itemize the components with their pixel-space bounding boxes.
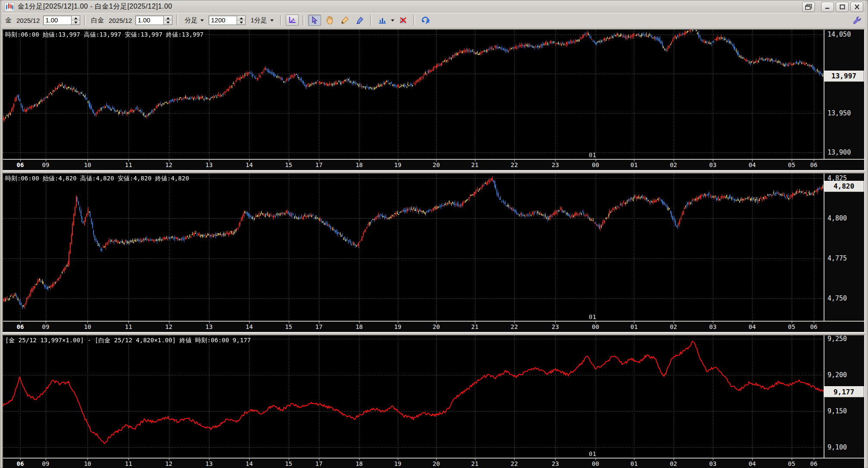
- time-axis-label: 22: [511, 460, 518, 467]
- time-axis-label: 05: [788, 323, 795, 330]
- platinum-candles-canvas: [3, 174, 824, 321]
- current-price-label: 13,997: [824, 71, 864, 82]
- time-axis-tick: [249, 160, 250, 161]
- bar-count-down-button[interactable]: [237, 20, 245, 25]
- wrench-icon: [852, 15, 862, 25]
- time-axis-label: 10: [84, 323, 91, 330]
- toolbar: 金 2025/12 白金 2025/12 分足: [2, 13, 865, 27]
- time-axis-label: 12: [165, 161, 172, 168]
- select-cursor-button[interactable]: [308, 15, 321, 26]
- gold-multiplier-stepper[interactable]: [43, 15, 80, 25]
- pan-hand-button[interactable]: [323, 15, 336, 26]
- time-axis-label: 01: [631, 323, 638, 330]
- gold-multiplier-input[interactable]: [43, 15, 71, 25]
- spread-time-axis: 0609101112131415171819202122230001020304…: [3, 459, 824, 468]
- time-axis-label: 09: [42, 323, 50, 330]
- y-axis-tick-label: 9,250: [827, 335, 847, 343]
- time-axis-label: 14: [246, 323, 253, 330]
- bar-chart-icon: [378, 16, 386, 24]
- time-axis-label: 19: [394, 323, 401, 330]
- time-axis-tick: [20, 322, 21, 323]
- time-axis-tick: [596, 322, 596, 323]
- time-axis-label: 23: [552, 323, 559, 330]
- time-axis-tick: [713, 459, 713, 460]
- time-axis-label: 00: [592, 460, 599, 467]
- draw-pencil-button[interactable]: [338, 15, 351, 26]
- time-axis-tick: [249, 459, 250, 460]
- time-axis-label: 14: [246, 460, 253, 467]
- platinum-multiplier-down-button[interactable]: [164, 20, 172, 25]
- bar-type-label: 分足: [184, 16, 197, 25]
- time-axis-tick: [87, 459, 88, 460]
- time-axis-tick: [713, 160, 713, 161]
- platinum-multiplier-stepper[interactable]: [135, 15, 172, 25]
- spread-chart-panel: [金 25/12 13,997×1.00] - [白金 25/12 4,820×…: [2, 335, 865, 468]
- y-axis-tick-label: 4,775: [827, 254, 847, 262]
- date-change-label: 01: [589, 152, 596, 158]
- interval-dropdown[interactable]: 1分足: [248, 15, 276, 25]
- time-axis-label: 22: [511, 161, 518, 168]
- toolbar-separator: [176, 15, 178, 25]
- time-axis-label: 23: [552, 161, 559, 168]
- time-axis-label: 21: [471, 323, 478, 330]
- time-axis-label: 12: [165, 323, 172, 330]
- date-change-label: 01: [589, 313, 596, 320]
- time-axis-tick: [814, 160, 814, 161]
- indicator-chart-button[interactable]: [376, 15, 389, 26]
- time-axis-tick: [398, 459, 398, 460]
- time-axis-tick: [398, 322, 398, 323]
- app-window: 金1分足[2025/12]1.00 - 白金1分足[2025/12]1.00 金…: [0, 0, 868, 468]
- delete-indicator-button[interactable]: [397, 15, 409, 26]
- time-axis-label: 23: [552, 460, 559, 467]
- platinum-multiplier-up-button[interactable]: [164, 16, 172, 20]
- gold-price-axis: 14,05014,00013,95013,90013,997: [824, 30, 864, 159]
- bar-type-dropdown[interactable]: 分足: [182, 15, 206, 25]
- y-axis-tick-label: 9,100: [827, 443, 847, 451]
- platinum-multiplier-input[interactable]: [135, 15, 163, 25]
- chart-settings-button[interactable]: [286, 15, 299, 26]
- minimize-button[interactable]: [821, 2, 834, 12]
- time-axis-label: 05: [788, 161, 795, 168]
- spread-plot-area[interactable]: [金 25/12 13,997×1.00] - [白金 25/12 4,820×…: [3, 335, 824, 458]
- time-axis-label: 14: [246, 161, 253, 168]
- maximize-button[interactable]: [836, 2, 849, 12]
- time-axis-tick: [634, 322, 634, 323]
- cascade-windows-button[interactable]: [802, 2, 815, 12]
- close-button[interactable]: [850, 2, 863, 12]
- settings-wrench-button[interactable]: [850, 15, 863, 26]
- indicator-menu-chevron-icon[interactable]: [391, 19, 394, 22]
- time-axis-label: 04: [749, 460, 756, 467]
- title-bar: 金1分足[2025/12]1.00 - 白金1分足[2025/12]1.00: [2, 0, 865, 13]
- platinum-plot-area[interactable]: 時刻:06:00 始値:4,820 高値:4,820 安値:4,820 終値:4…: [3, 174, 824, 321]
- time-axis-label: 18: [356, 323, 363, 330]
- time-axis-tick: [249, 322, 250, 323]
- bar-count-stepper[interactable]: [209, 15, 246, 25]
- time-axis-tick: [289, 322, 289, 323]
- y-axis-tick-label: 4,750: [827, 294, 847, 302]
- time-axis-label: 18: [356, 460, 363, 467]
- platinum-price-axis: 4,8254,8004,7754,7504,820: [824, 174, 864, 321]
- time-axis-label: 12: [165, 460, 172, 467]
- time-axis-tick: [792, 322, 792, 323]
- time-axis-label: 11: [125, 323, 132, 330]
- gold-plot-area[interactable]: 時刻:06:00 始値:13,997 高値:13,997 安値:13,997 終…: [3, 30, 824, 159]
- time-axis-tick: [555, 459, 556, 460]
- current-price-label: 4,820: [824, 181, 864, 192]
- platinum-ohlc-readout: 時刻:06:00 始値:4,820 高値:4,820 安値:4,820 終値:4…: [5, 175, 189, 183]
- window-title: 金1分足[2025/12]1.00 - 白金1分足[2025/12]1.00: [18, 2, 802, 11]
- reload-button[interactable]: R: [419, 15, 432, 26]
- gold-multiplier-up-button[interactable]: [72, 16, 80, 20]
- spread-price-axis: 9,2509,2009,1509,1009,177: [824, 335, 864, 458]
- time-axis-label: 01: [631, 161, 638, 168]
- gold-multiplier-down-button[interactable]: [72, 20, 80, 25]
- hand-icon: [325, 16, 334, 25]
- time-axis-label: 06: [17, 161, 24, 168]
- time-axis-tick: [319, 160, 319, 161]
- time-axis-label: 17: [315, 161, 323, 168]
- draw-line-button[interactable]: [353, 15, 366, 26]
- bar-count-up-button[interactable]: [237, 16, 245, 20]
- time-axis-tick: [20, 459, 21, 460]
- bar-count-input[interactable]: [209, 15, 237, 25]
- time-axis-label: 11: [125, 460, 132, 467]
- time-axis-tick: [596, 459, 596, 460]
